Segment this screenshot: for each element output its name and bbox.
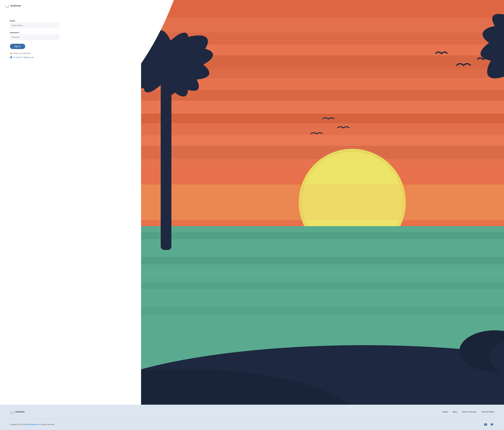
svg-point-46 [10,410,14,414]
logo-text: anyhow [10,4,21,7]
svg-rect-9 [141,90,504,101]
footer-bottom: Copyright ©2012-2019 Netlandish Inc. All… [0,419,504,430]
footer-nav: About Blog Terms of Service Privacy Poli… [442,411,494,413]
social-icons [484,422,494,427]
svg-rect-14 [141,146,504,159]
footer-nav-privacy[interactable]: Privacy Policy [482,411,494,413]
footer-logo: anyhow [10,410,25,414]
svg-rect-13 [141,135,504,146]
footer-logo-text: anyhow [15,410,25,413]
footer: anyhow About Blog Terms of Service Priva… [0,405,504,430]
login-form: Email * Password * Sign In 🔒 Forgot your… [10,20,59,60]
footer-nav-tos[interactable]: Terms of Service [462,411,477,413]
copyright-text: Copyright ©2012-2019 Netlandish Inc. All… [10,423,55,425]
email-field-group: Email * [10,20,59,31]
email-required-marker: * [15,20,16,22]
anyhow-logo-icon [5,3,9,8]
company-link[interactable]: Netlandish Inc. [28,423,40,425]
svg-rect-22 [141,257,504,264]
email-social-icon[interactable] [484,422,488,427]
svg-rect-10 [141,101,504,114]
footer-nav-about[interactable]: About [442,411,448,413]
footer-top: anyhow About Blog Terms of Service Priva… [0,405,504,419]
svg-rect-11 [141,114,504,123]
twitter-social-icon[interactable] [490,422,494,427]
email-input[interactable] [10,23,59,28]
footer-nav-blog[interactable]: Blog [453,411,457,413]
password-field-group: Password * [10,31,59,43]
svg-rect-12 [141,123,504,135]
svg-rect-23 [141,270,504,276]
footer-logo-icon [10,410,14,414]
forgot-password-link[interactable]: 🔒 Forgot your password? [10,52,59,54]
svg-rect-21 [141,245,504,251]
password-label: Password * [10,31,59,34]
svg-rect-25 [141,295,504,301]
password-input[interactable] [10,35,59,40]
email-label: Email * [10,20,59,22]
svg-point-0 [5,3,9,8]
password-required-marker: * [19,32,20,34]
illustration [141,0,504,405]
sign-up-link[interactable]: Sign up [24,56,30,58]
svg-rect-2 [141,0,504,18]
svg-rect-26 [141,307,504,314]
main-area: anyhow [0,0,504,405]
sign-in-button[interactable]: Sign In [10,44,25,49]
lock-icon: 🔒 [10,52,12,54]
svg-rect-3 [141,18,504,33]
svg-rect-24 [141,282,504,289]
svg-rect-18 [141,184,504,220]
user-icon: 👤 [10,56,12,58]
signup-link-row: 👤 No account? Sign up now. [10,56,59,58]
svg-rect-20 [141,232,504,239]
